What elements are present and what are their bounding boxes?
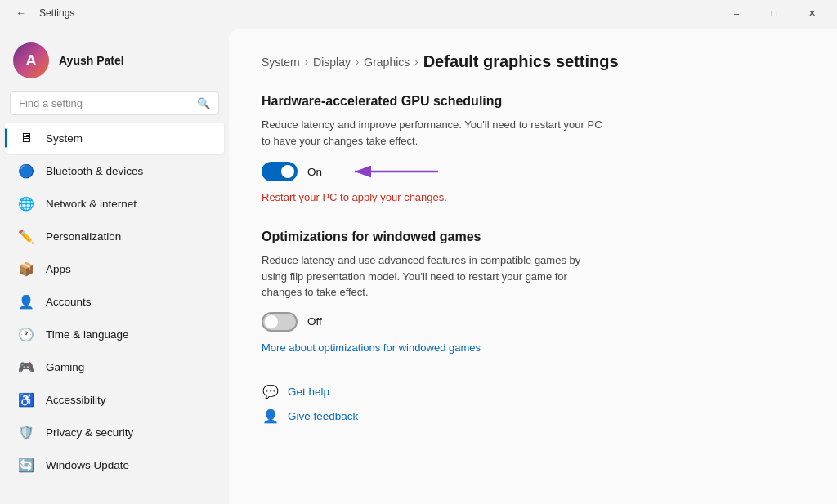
sidebar: A Ayush Patel 🔍 🖥 System 🔵 Bluetooth & d…: [0, 26, 229, 504]
search-icon: 🔍: [197, 97, 210, 109]
accessibility-icon: ♿: [18, 391, 34, 408]
give-feedback-icon: 👤: [262, 408, 280, 426]
sidebar-item-update[interactable]: 🔄 Windows Update: [5, 449, 224, 480]
search-box[interactable]: 🔍: [10, 91, 219, 115]
windowed-games-link[interactable]: More about optimizations for windowed ga…: [262, 341, 481, 354]
titlebar-left: ← Settings: [10, 2, 74, 25]
windowed-games-section: Optimizations for windowed games Reduce …: [262, 230, 804, 357]
gpu-scheduling-title: Hardware-accelerated GPU scheduling: [262, 94, 804, 109]
breadcrumb-display[interactable]: Display: [313, 56, 351, 69]
back-button[interactable]: ←: [10, 2, 33, 25]
gpu-toggle-row: On: [262, 160, 804, 183]
get-help-item[interactable]: 💬 Get help: [262, 383, 804, 401]
help-links: 💬 Get help 👤 Give feedback: [262, 383, 804, 426]
windowed-games-toggle[interactable]: [262, 312, 298, 332]
gpu-toggle-label: On: [307, 166, 322, 178]
windowed-games-desc: Reduce latency and use advanced features…: [262, 252, 605, 301]
sidebar-item-label: Time & language: [46, 328, 129, 341]
minimize-button[interactable]: –: [718, 0, 755, 26]
breadcrumb-current: Default graphics settings: [423, 52, 619, 71]
gaming-icon: 🎮: [18, 359, 34, 375]
time-icon: 🕐: [18, 326, 34, 342]
give-feedback-item[interactable]: 👤 Give feedback: [262, 408, 804, 426]
sidebar-item-accounts[interactable]: 👤 Accounts: [5, 286, 224, 317]
sidebar-item-time[interactable]: 🕐 Time & language: [5, 319, 224, 350]
search-input[interactable]: [19, 97, 190, 109]
restart-notice: Restart your PC to apply your changes.: [262, 191, 804, 203]
gpu-scheduling-section: Hardware-accelerated GPU scheduling Redu…: [262, 94, 804, 203]
give-feedback-label[interactable]: Give feedback: [288, 410, 358, 422]
sidebar-item-label: Personalization: [46, 230, 121, 243]
sidebar-item-network[interactable]: 🌐 Network & internet: [5, 188, 224, 219]
sidebar-item-label: Network & internet: [46, 198, 137, 210]
sidebar-item-accessibility[interactable]: ♿ Accessibility: [5, 384, 224, 415]
update-icon: 🔄: [18, 457, 34, 473]
privacy-icon: 🛡️: [18, 424, 34, 440]
toggle-thumb-off: [265, 315, 278, 328]
apps-icon: 📦: [18, 261, 34, 277]
sidebar-item-apps[interactable]: 📦 Apps: [5, 253, 224, 284]
sidebar-item-gaming[interactable]: 🎮 Gaming: [5, 351, 224, 382]
sidebar-item-label: Gaming: [46, 361, 84, 373]
toggle-thumb: [281, 165, 294, 178]
sidebar-item-label: Windows Update: [46, 459, 129, 471]
titlebar-controls: – □ ✕: [718, 0, 830, 26]
sidebar-item-label: Apps: [46, 263, 71, 275]
user-profile: A Ayush Patel: [0, 33, 229, 91]
titlebar: ← Settings – □ ✕: [0, 0, 837, 26]
gpu-scheduling-toggle[interactable]: [262, 162, 298, 181]
titlebar-nav: ←: [10, 2, 33, 25]
avatar: A: [13, 42, 49, 78]
windowed-games-title: Optimizations for windowed games: [262, 230, 804, 244]
sidebar-item-label: Accounts: [46, 296, 92, 308]
sidebar-item-bluetooth[interactable]: 🔵 Bluetooth & devices: [5, 155, 224, 186]
accounts-icon: 👤: [18, 293, 34, 310]
content-area: System › Display › Graphics › Default gr…: [229, 29, 837, 504]
windowed-toggle-row: Off: [262, 312, 804, 332]
windowed-toggle-label: Off: [307, 315, 322, 328]
breadcrumb: System › Display › Graphics › Default gr…: [262, 52, 804, 71]
network-icon: 🌐: [18, 195, 34, 212]
get-help-icon: 💬: [262, 383, 280, 401]
titlebar-title: Settings: [39, 7, 74, 19]
sidebar-item-system[interactable]: 🖥 System: [5, 123, 224, 154]
user-name: Ayush Patel: [59, 54, 124, 67]
system-icon: 🖥: [18, 130, 34, 146]
sidebar-item-label: Accessibility: [46, 394, 106, 406]
sidebar-item-personalization[interactable]: ✏️ Personalization: [5, 221, 224, 252]
sidebar-item-label: Privacy & security: [46, 426, 133, 439]
breadcrumb-system[interactable]: System: [262, 56, 300, 69]
close-button[interactable]: ✕: [793, 0, 830, 26]
get-help-label[interactable]: Get help: [288, 386, 329, 398]
breadcrumb-sep-1: ›: [305, 56, 308, 68]
app-body: A Ayush Patel 🔍 🖥 System 🔵 Bluetooth & d…: [0, 26, 837, 504]
arrow-annotation: [340, 160, 446, 183]
bluetooth-icon: 🔵: [18, 163, 34, 179]
toggle-track-on: [262, 162, 298, 181]
breadcrumb-sep-2: ›: [356, 56, 359, 68]
sidebar-item-label: Bluetooth & devices: [46, 165, 143, 177]
gpu-scheduling-desc: Reduce latency and improve performance. …: [262, 117, 605, 149]
personalization-icon: ✏️: [18, 228, 34, 244]
sidebar-item-privacy[interactable]: 🛡️ Privacy & security: [5, 417, 224, 448]
maximize-button[interactable]: □: [755, 0, 793, 26]
breadcrumb-sep-3: ›: [414, 56, 418, 68]
breadcrumb-graphics[interactable]: Graphics: [364, 56, 410, 69]
sidebar-item-label: System: [46, 132, 83, 145]
toggle-track-off: [262, 312, 298, 332]
